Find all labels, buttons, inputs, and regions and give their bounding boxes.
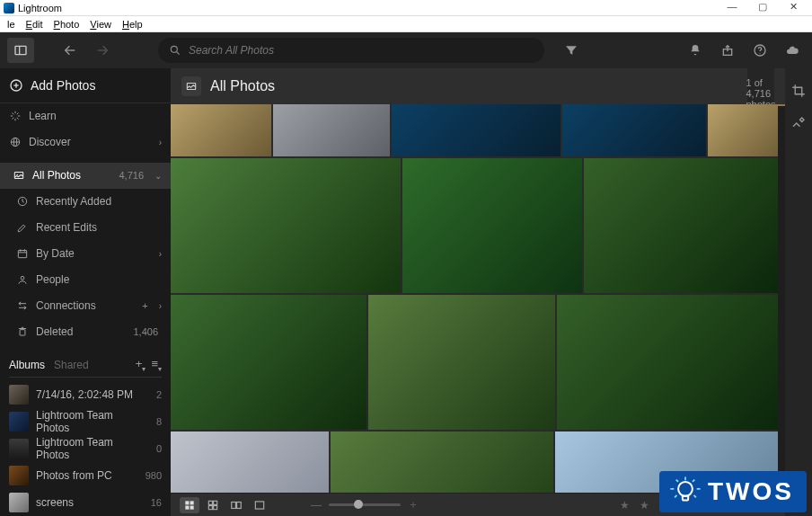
album-item[interactable]: 7/14/16, 2:02:48 PM 2 (0, 381, 171, 408)
menu-photo[interactable]: Photo (49, 18, 85, 31)
album-item[interactable]: screens 16 (0, 489, 171, 516)
svg-line-5 (177, 52, 180, 55)
chevron-right-icon: › (159, 301, 162, 311)
photo-thumb[interactable] (171, 104, 271, 156)
photo-thumb[interactable] (171, 431, 329, 493)
svg-rect-30 (185, 501, 189, 504)
connections-icon (16, 299, 29, 312)
app-body: Search All Photos Add Photos Lea (0, 32, 812, 516)
sort-albums-button[interactable]: ≡▾ (151, 357, 162, 373)
photo-thumb[interactable] (171, 295, 366, 430)
chevron-down-icon: ⌄ (154, 171, 162, 181)
plus-icon[interactable]: + (142, 300, 147, 311)
sidebar-item-all-photos[interactable]: All Photos 4,716 ⌄ (0, 163, 171, 189)
window-minimize-button[interactable]: — (717, 0, 747, 16)
page-title: All Photos (210, 78, 275, 94)
sidebar-item-by-date[interactable]: By Date › (0, 241, 171, 267)
menu-help[interactable]: Help (117, 18, 148, 31)
photo-thumb[interactable] (392, 104, 560, 156)
svg-line-49 (694, 495, 696, 497)
svg-rect-40 (255, 501, 263, 508)
share-button[interactable] (715, 38, 740, 63)
lightbulb-icon (668, 475, 702, 509)
chevron-right-icon: › (159, 249, 162, 259)
photo-thumb[interactable] (557, 295, 785, 430)
help-icon (753, 43, 767, 58)
scrollbar[interactable] (778, 106, 785, 491)
sidebar-item-label: Recent Edits (36, 221, 97, 234)
view-detail-button[interactable] (250, 497, 269, 513)
album-item[interactable]: Lightroom Team Photos 8 (0, 408, 171, 435)
plus-circle-icon (9, 78, 23, 93)
add-photos-button[interactable]: Add Photos (0, 68, 171, 103)
photo-thumb[interactable] (562, 104, 706, 156)
tab-shared[interactable]: Shared (54, 359, 89, 371)
healing-tool-button[interactable] (790, 115, 807, 135)
photo-grid[interactable] (171, 104, 785, 493)
sidebar-item-label: Discover (29, 136, 71, 148)
photo-thumb[interactable] (171, 158, 401, 293)
view-square-button[interactable] (203, 497, 223, 513)
right-rail (785, 68, 812, 516)
window-close-button[interactable]: ✕ (778, 0, 808, 16)
photos-icon (13, 169, 25, 182)
notifications-button[interactable] (683, 38, 708, 63)
menu-file[interactable]: le (2, 18, 21, 31)
svg-point-23 (21, 277, 24, 280)
svg-rect-39 (237, 502, 242, 508)
sidebar-item-people[interactable]: People (0, 267, 171, 293)
menu-bar: le Edit Photo View Help (0, 16, 812, 32)
globe-icon (9, 136, 22, 148)
search-input[interactable]: Search All Photos (158, 38, 544, 63)
toggle-panel-button[interactable] (7, 38, 34, 63)
window-maximize-button[interactable]: ▢ (747, 0, 778, 16)
sidebar-item-deleted[interactable]: Deleted 1,406 (0, 319, 171, 345)
window-titlebar: Lightroom — ▢ ✕ (0, 0, 812, 16)
menu-view[interactable]: View (84, 18, 117, 31)
zoom-slider[interactable] (329, 503, 401, 506)
menu-edit[interactable]: Edit (21, 18, 49, 31)
photo-thumb[interactable] (402, 158, 582, 293)
zoom-in-button[interactable]: ＋ (408, 497, 419, 512)
album-thumb (9, 385, 29, 405)
svg-point-9 (759, 53, 760, 54)
svg-rect-31 (190, 501, 194, 504)
view-compare-button[interactable] (226, 497, 246, 513)
cloud-icon (785, 43, 799, 58)
sidebar-item-label: Deleted (36, 325, 73, 338)
album-item[interactable]: Photos from PC 980 (0, 462, 171, 489)
sidebar-item-recent-edits[interactable]: Recent Edits (0, 215, 171, 241)
filter-button[interactable] (559, 38, 584, 63)
search-icon (169, 44, 181, 57)
count-badge: 1,406 (133, 326, 158, 337)
cloud-sync-button[interactable] (780, 38, 805, 63)
sidebar-item-recently-added[interactable]: Recently Added (0, 189, 171, 215)
album-item[interactable]: Lightroom Team Photos 0 (0, 435, 171, 462)
count-badge: 16 (151, 497, 162, 508)
photo-thumb[interactable] (584, 158, 785, 293)
sidebar-item-learn[interactable]: Learn (0, 103, 171, 129)
svg-rect-26 (20, 330, 25, 335)
add-album-button[interactable]: +▾ (136, 357, 146, 373)
nav-forward-button[interactable] (90, 38, 115, 63)
sidebar-item-discover[interactable]: Discover › (0, 129, 171, 156)
zoom-out-button[interactable]: — (311, 499, 322, 512)
app-icon (4, 3, 14, 13)
help-button[interactable] (747, 38, 772, 63)
window-title: Lightroom (18, 3, 62, 13)
photo-thumb[interactable] (708, 104, 785, 156)
nav-back-button[interactable] (57, 38, 83, 63)
album-thumb (9, 439, 29, 458)
photo-thumb[interactable] (273, 104, 390, 156)
tab-albums[interactable]: Albums (9, 359, 45, 371)
svg-rect-35 (214, 501, 217, 504)
count-badge: 980 (146, 470, 162, 481)
crop-tool-button[interactable] (790, 83, 807, 102)
photo-thumb[interactable] (331, 431, 553, 493)
view-grid-button[interactable] (180, 497, 199, 513)
svg-rect-34 (208, 501, 212, 504)
svg-rect-32 (185, 505, 189, 509)
sidebar-item-connections[interactable]: Connections +› (0, 293, 171, 319)
photo-thumb[interactable] (368, 295, 555, 430)
trash-icon (16, 325, 29, 338)
